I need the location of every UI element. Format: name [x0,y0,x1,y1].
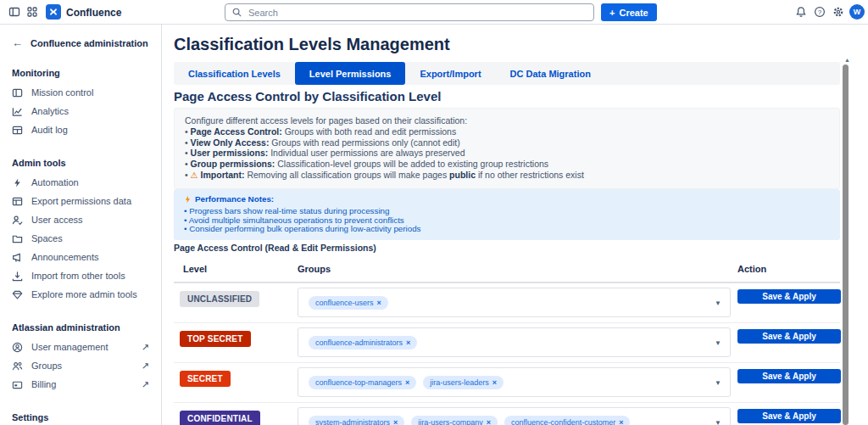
info-bullet: Page Access Control: Groups with both re… [185,126,829,137]
chip-remove-icon[interactable]: × [492,378,497,387]
import-download-icon [12,271,23,282]
level-badge: SECRET [180,371,231,387]
user-management-icon [12,342,23,353]
table-row-top-secret: TOP SECRET confluence-administrators× ▼ … [174,323,840,363]
explore-gem-icon [12,289,23,300]
table-caption: Page Access Control (Read & Edit Permiss… [174,243,376,253]
table-row-secret: SECRET confluence-top-managers× jira-use… [174,363,840,403]
sidebar-item-user-management[interactable]: User management ↗ [0,338,161,356]
notes-bullet: Consider performing bulk operations duri… [184,225,830,234]
column-level: Level [183,264,207,274]
group-chip[interactable]: jira-users-company× [411,416,498,425]
group-chip[interactable]: confluence-users× [309,296,388,310]
mission-control-icon [12,87,23,98]
table-row-confidential: CONFIDENTIAL system-administrators× jira… [174,403,840,425]
sidebar-item-automation[interactable]: Automation [0,173,161,192]
automation-bolt-icon [12,177,23,188]
back-arrow-icon[interactable]: ← [12,36,23,49]
sidebar-title: Confluence administration [31,38,148,48]
chip-remove-icon[interactable]: × [393,418,398,425]
tab-level-permissions[interactable]: Level Permissions [295,62,406,85]
save-apply-button[interactable]: Save & Apply [737,329,841,344]
sidebar-item-billing[interactable]: Billing ↗ [0,375,161,394]
back-to-confluence[interactable]: ← Confluence administration [0,25,161,49]
bolt-icon [184,195,192,204]
sidebar-item-spaces[interactable]: Spaces [0,229,161,248]
tab-dc-data-migration[interactable]: DC Data Migration [496,62,605,85]
help-icon[interactable]: ? [814,6,826,18]
export-table-icon [12,196,23,207]
global-search [225,3,594,21]
search-input[interactable] [225,3,594,21]
external-link-icon: ↗ [142,361,149,372]
dropdown-arrow-icon[interactable]: ▼ [715,418,721,425]
chip-remove-icon[interactable]: × [619,418,623,425]
dropdown-arrow-icon[interactable]: ▼ [715,299,721,306]
column-action: Action [737,264,766,274]
section-title: Page Access Control by Classification Le… [174,89,441,103]
table-header: Level Groups Action [174,260,840,283]
table-body: UNCLASSIFIED confluence-users× ▼ Save & … [174,283,840,425]
app-switcher-icon[interactable] [26,6,38,18]
column-groups: Groups [298,264,331,274]
level-badge: UNCLASSIFIED [180,291,259,307]
group-chip[interactable]: confluence-confident-customer× [504,416,630,425]
save-apply-button[interactable]: Save & Apply [737,369,841,383]
group-chip[interactable]: confluence-administrators× [309,336,417,350]
app-name: Confluence [66,7,121,19]
info-bullet: View Only Access: Groups with read permi… [185,137,829,148]
settings-gear-icon[interactable] [832,6,844,18]
sidebar-item-user-access[interactable]: User access [0,210,161,229]
chip-remove-icon[interactable]: × [377,299,381,307]
plus-icon: + [609,8,615,18]
info-bullet: Group permissions: Classification-level … [185,159,829,170]
user-access-icon [12,215,23,226]
sidebar-item-explore-admin-tools[interactable]: Explore more admin tools [0,285,161,304]
dropdown-arrow-icon[interactable]: ▼ [715,338,721,346]
search-icon [231,7,242,18]
confluence-admin-page: Confluence +Create ? W ← Confluence admi… [0,0,868,425]
announcements-megaphone-icon [12,252,23,263]
info-intro: Configure different access levels for pa… [185,115,829,126]
chip-remove-icon[interactable]: × [405,378,409,387]
create-button[interactable]: +Create [601,3,657,21]
main-content: Classification Levels Management Classif… [162,25,868,425]
sidebar-toggle-icon[interactable] [8,6,20,18]
page-title: Classification Levels Management [174,35,450,54]
sidebar-item-audit-log[interactable]: Audit log [0,120,161,139]
group-chip[interactable]: confluence-top-managers× [309,376,416,389]
warning-icon: ⚠ [191,171,198,180]
external-link-icon: ↗ [142,379,149,390]
sidebar-item-import-other-tools[interactable]: Import from other tools [0,266,161,285]
user-avatar[interactable]: W [849,4,865,20]
chip-remove-icon[interactable]: × [406,338,410,347]
sidebar-item-export-permissions-data[interactable]: Export permissions data [0,192,161,210]
save-apply-button[interactable]: Save & Apply [737,409,841,423]
vertical-scrollbar[interactable] [843,64,849,425]
section-admin-tools: Admin tools [12,158,149,168]
groups-people-icon [12,361,23,372]
dropdown-arrow-icon[interactable]: ▼ [715,378,721,386]
sidebar-item-groups[interactable]: Groups ↗ [0,356,161,375]
notifications-bell-icon[interactable] [795,6,807,18]
save-apply-button[interactable]: Save & Apply [737,289,841,304]
sidebar-item-analytics[interactable]: Analytics [0,102,161,120]
sidebar-item-mission-control[interactable]: Mission control [0,83,161,102]
scrollbar-up-icon[interactable]: ▲ [844,57,850,63]
level-badge: TOP SECRET [180,331,251,347]
group-chip[interactable]: system-administrators× [309,416,404,425]
groups-multiselect[interactable]: confluence-administrators× ▼ [298,327,731,357]
groups-multiselect[interactable]: confluence-users× ▼ [298,288,731,317]
info-bullet: User permissions: Individual user permis… [185,148,829,159]
level-badge: CONFIDENTIAL [180,411,260,425]
tab-export-import[interactable]: Export/Import [405,62,495,85]
chip-remove-icon[interactable]: × [487,418,491,425]
group-chip[interactable]: jira-users-leaders× [423,376,504,389]
external-link-icon: ↗ [142,342,149,353]
groups-multiselect[interactable]: confluence-top-managers× jira-users-lead… [298,367,731,397]
sidebar-item-announcements[interactable]: Announcements [0,248,161,266]
notes-title: Performance Notes: [184,195,830,204]
tab-classification-levels[interactable]: Classification Levels [174,62,295,85]
confluence-logo-icon[interactable] [46,4,61,20]
groups-multiselect[interactable]: system-administrators× jira-users-compan… [298,407,731,425]
